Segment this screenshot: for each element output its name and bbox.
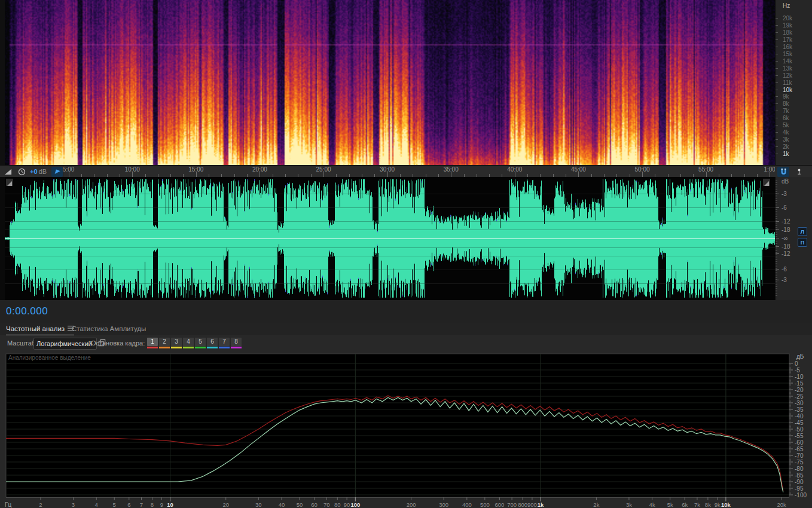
svg-text:-75: -75	[795, 459, 804, 466]
db-axis-unit: dB	[782, 178, 789, 185]
hold-button-4[interactable]: 4	[183, 338, 194, 350]
svg-text:600: 600	[494, 501, 504, 508]
svg-text:-25: -25	[795, 393, 804, 400]
db-tick	[776, 286, 777, 287]
chart-plot-area[interactable]	[6, 354, 789, 497]
svg-text:3: 3	[72, 501, 75, 508]
amplitude-scale[interactable]: dB Л П -3-6-12-18-∞-18-12-6-3	[775, 177, 812, 300]
hold-color-bar	[195, 347, 206, 348]
gain-hud[interactable]: +0dB	[30, 168, 47, 175]
db-tick	[776, 184, 777, 185]
db-tick	[776, 209, 777, 210]
snap-cursor-icon[interactable]	[51, 167, 63, 177]
db-tick	[776, 227, 777, 228]
hold-button-8[interactable]: 8	[231, 338, 242, 350]
pin-icon[interactable]	[793, 167, 805, 177]
minute-tick	[770, 172, 770, 177]
freq-label: 6k	[783, 115, 789, 121]
hold-button-2[interactable]: 2	[159, 338, 170, 350]
svg-text:2: 2	[39, 501, 42, 508]
frequency-scale[interactable]: Hz 20k19k18k17k16k15k14k13k12k11k10k9k8k…	[775, 0, 812, 165]
hold-button-3[interactable]: 3	[171, 338, 182, 350]
time-label: 50:00	[634, 166, 649, 173]
db-tick	[776, 182, 777, 183]
channel-right-badge[interactable]: П	[798, 238, 807, 247]
svg-text:-100: -100	[795, 492, 807, 498]
svg-text:-55: -55	[795, 433, 804, 439]
tab-frequency-analysis[interactable]: Частотный анализ	[6, 323, 74, 335]
channel-left-badge[interactable]: Л	[798, 227, 807, 236]
db-tick	[776, 225, 777, 226]
spectrogram-display[interactable]	[5, 0, 775, 165]
svg-text:3k: 3k	[626, 501, 632, 508]
db-tick	[776, 215, 777, 215]
svg-text:7: 7	[140, 501, 143, 508]
db-tick	[776, 240, 777, 240]
svg-text:60: 60	[311, 501, 318, 508]
db-major-tick	[776, 238, 779, 238]
db-tick	[776, 200, 777, 201]
freq-tick	[776, 154, 778, 154]
y-axis-unit: дБ	[796, 353, 804, 360]
hold-color-bar	[159, 347, 170, 348]
minute-tick	[69, 172, 69, 177]
db-label: -∞	[782, 235, 787, 241]
hold-button-6[interactable]: 6	[207, 338, 218, 350]
corner-grip-right-icon[interactable]	[763, 179, 770, 186]
svg-text:5: 5	[113, 501, 116, 508]
db-label: -3	[782, 191, 787, 197]
svg-text:30: 30	[255, 501, 262, 508]
db-tick	[776, 195, 777, 195]
db-label: -12	[782, 219, 790, 224]
timeline-ruler[interactable]: 5:0010:0015:0020:0025:0030:0035:0040:004…	[0, 165, 812, 178]
svg-text:6k: 6k	[682, 501, 688, 508]
db-major-tick	[776, 221, 779, 222]
clock-icon[interactable]	[16, 167, 28, 177]
db-tick	[776, 265, 777, 265]
time-display[interactable]: 0:00.000	[6, 305, 48, 317]
db-tick	[776, 293, 777, 294]
db-label: -12	[782, 251, 790, 256]
freq-label: 10k	[783, 87, 792, 93]
db-tick	[776, 256, 777, 256]
tab-label: Статистика Амплитуды	[72, 325, 146, 332]
time-label: 1:00	[764, 166, 775, 173]
freq-tick	[776, 54, 778, 54]
svg-text:-90: -90	[795, 479, 804, 485]
time-label: 30:00	[380, 166, 395, 173]
freq-tick	[776, 82, 778, 83]
svg-text:9: 9	[160, 501, 163, 508]
db-tick	[776, 295, 777, 296]
svg-text:40: 40	[279, 501, 285, 508]
tab-label: Частотный анализ	[6, 325, 65, 332]
db-tick	[776, 224, 777, 224]
hold-button-7[interactable]: 7	[219, 338, 230, 350]
freq-label: 8k	[783, 101, 789, 107]
hold-button-1[interactable]: 1	[147, 338, 158, 350]
svg-text:10k: 10k	[721, 501, 731, 508]
db-tick	[776, 250, 777, 251]
tab-amplitude-statistics[interactable]: Статистика Амплитуды	[72, 323, 146, 335]
levels-icon[interactable]	[2, 167, 14, 177]
freq-label: 7k	[783, 108, 789, 114]
svg-text:20k: 20k	[777, 501, 787, 508]
waveform-display[interactable]	[5, 177, 775, 300]
svg-text:-35: -35	[795, 406, 804, 413]
svg-text:70: 70	[323, 501, 330, 508]
scale-dropdown[interactable]: Логарифмический	[33, 338, 97, 350]
corner-grip-left-icon[interactable]	[6, 179, 13, 186]
db-tick	[776, 254, 777, 255]
magnet-icon[interactable]	[777, 167, 789, 177]
freq-tick	[776, 103, 778, 104]
audition-editor-window: Hz 20k19k18k17k16k15k14k13k12k11k10k9k8k…	[0, 0, 812, 508]
freq-tick	[776, 118, 778, 118]
freq-label: 17k	[783, 37, 792, 43]
hold-button-5[interactable]: 5	[195, 338, 206, 350]
svg-text:-85: -85	[795, 472, 804, 479]
hold-button-number: 7	[219, 338, 230, 346]
db-tick	[776, 236, 777, 237]
hold-button-number: 2	[159, 338, 170, 346]
svg-text:-30: -30	[795, 400, 804, 406]
gain-value: +0	[30, 168, 38, 175]
svg-text:4: 4	[95, 501, 98, 508]
